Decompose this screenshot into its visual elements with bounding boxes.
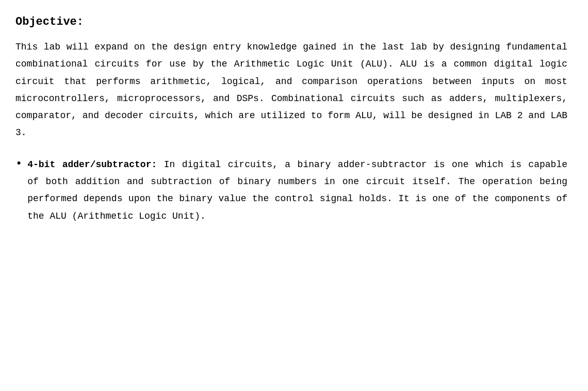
objective-heading: Objective: — [15, 15, 567, 28]
bullet-content: 4-bit adder/subtractor: In digital circu… — [27, 156, 567, 225]
bullet-item: • 4-bit adder/subtractor: In digital cir… — [15, 156, 567, 225]
intro-paragraph: This lab will expand on the design entry… — [15, 39, 567, 142]
bullet-symbol: • — [15, 157, 22, 170]
bullet-label: 4-bit adder/subtractor: — [27, 159, 157, 170]
